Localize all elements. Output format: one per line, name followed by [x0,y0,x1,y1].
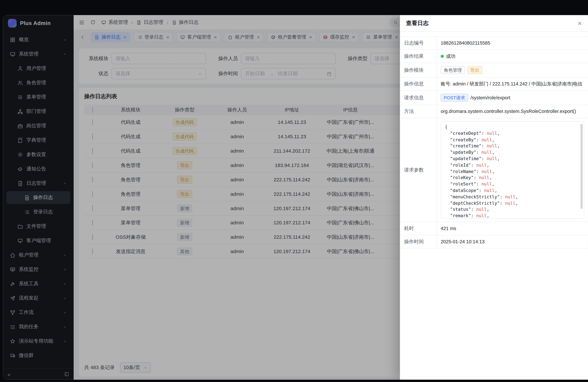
json-null: null [482,150,492,155]
json-key: "roleKey" [450,175,474,180]
request-params-code[interactable]: { "createDept": null, "createBy": null, … [441,121,584,219]
drawer-row-value: org.dromara.system.controller.system.Sys… [437,105,588,118]
drawer-row-value: POST请求/system/role/export [437,91,588,105]
json-null: null [482,137,492,142]
drawer-row-label: 请求参数 [400,118,437,222]
json-null: null [482,181,492,187]
drawer-row-value: 1882612840802115585 [437,37,588,49]
json-key: "status" [450,207,471,212]
app-window: Plus Admin 概览系统管理用户管理角色管理菜单管理部门管理岗位管理字典管… [3,15,588,380]
json-key: "menuCheckStrictly" [450,194,500,199]
drawer-row: 日志编号1882612840802115585 [400,36,588,50]
drawer-row: 操作模块角色管理导出 [400,63,588,77]
drawer-row-value: { "createDept": null, "createBy": null, … [437,118,588,222]
code-scrollbar-thumb[interactable] [581,124,583,209]
drawer-row-label: 日志编号 [400,37,437,49]
drawer-row-value: 成功 [437,50,588,63]
json-key: "deptCheckStrictly" [450,200,500,206]
json-key: "roleId" [450,162,471,168]
drawer-title: 查看日志 [406,20,429,27]
drawer-row-label: 耗时 [400,222,437,235]
drawer-row: 操作结果成功 [400,50,588,63]
json-null: null [476,207,487,212]
drawer-row: 操作时间2025-01-24 10:14:13 [400,235,588,249]
json-key: "updateBy" [450,150,476,155]
request-path: /system/role/export [470,94,510,101]
status-text: 成功 [446,53,456,60]
json-null: null [476,162,487,168]
json-key: "dataScope" [450,188,479,193]
json-null: null [484,188,495,193]
json-null: null [487,156,497,161]
json-null: null [482,169,492,174]
json-key: "createBy" [450,137,476,142]
json-key: "roleSort" [450,181,476,187]
drawer-row-label: 操作模块 [400,63,437,77]
drawer-row: 操作信息账号: admin / 研发部门 / 222.175.114.242 /… [400,77,588,91]
json-key: "remark" [450,213,471,218]
drawer-row: 请求信息POST请求/system/role/export [400,91,588,105]
close-icon[interactable] [578,20,582,26]
drawer-row-label: 方法 [400,105,437,118]
json-null: null [505,200,515,206]
drawer-row: 请求参数{ "createDept": null, "createBy": nu… [400,118,588,222]
drawer-header: 查看日志 [400,15,588,32]
request-method-tag: POST请求 [441,94,468,102]
drawer-row-label: 操作时间 [400,235,437,248]
json-key: "createDept" [450,131,482,136]
json-key: "roleName" [450,169,476,174]
screen: Plus Admin 概览系统管理用户管理角色管理菜单管理部门管理岗位管理字典管… [0,0,588,382]
module-tag: 导出 [467,66,482,74]
drawer-row: 方法org.dromara.system.controller.system.S… [400,105,588,118]
drawer-row-label: 操作结果 [400,50,437,63]
json-key: "updateTime" [450,156,482,161]
drawer-row-value: 421 ms [437,222,588,235]
view-log-drawer: 查看日志 日志编号1882612840802115585操作结果成功操作模块角色… [400,15,588,380]
drawer-row-value: 账号: admin / 研发部门 / 222.175.114.242 / 中国|… [437,77,588,90]
log-detail-descriptions: 日志编号1882612840802115585操作结果成功操作模块角色管理导出操… [400,32,588,380]
drawer-row-value: 角色管理导出 [437,63,588,77]
json-null: null [476,213,487,218]
drawer-row: 耗时421 ms [400,222,588,235]
json-null: null [487,131,497,136]
json-null: null [487,143,497,149]
json-null: null [505,194,515,199]
drawer-row-label: 操作信息 [400,77,437,90]
drawer-row-value: 2025-01-24 10:14:13 [437,235,588,248]
module-tag: 角色管理 [441,66,465,74]
json-null: null [479,175,489,180]
status-dot [441,55,444,58]
json-key: "createTime" [450,143,482,149]
drawer-row-label: 请求信息 [400,91,437,105]
